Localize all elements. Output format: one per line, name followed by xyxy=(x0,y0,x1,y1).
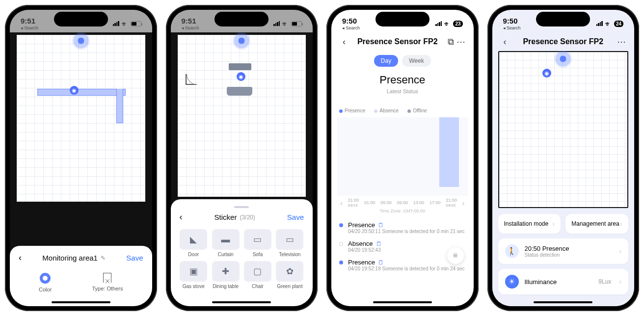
wifi-icon: ᯤ xyxy=(444,20,451,28)
presence-card[interactable]: 🚶 20:50 PresenceStatus detection › xyxy=(498,238,629,264)
person-marker-icon: ◉ xyxy=(542,69,551,78)
range-tabs: Day Week xyxy=(331,51,474,74)
phone-3: 9:50◂ Search ᯤ23 ‹ Presence Sensor FP2 ⧉… xyxy=(326,5,479,311)
zone-shape[interactable] xyxy=(37,89,126,96)
axis-next-button[interactable]: › xyxy=(462,199,464,207)
tab-week[interactable]: Week xyxy=(402,55,430,67)
sensor-beacon-icon xyxy=(554,51,572,68)
back-button[interactable]: ‹ xyxy=(500,37,510,47)
presence-chart[interactable] xyxy=(337,117,468,196)
illuminance-icon: ☀ xyxy=(505,275,519,289)
sheet-title: Monitoring area1✎ xyxy=(42,254,106,262)
note-icon[interactable]: 🗒 xyxy=(378,259,384,266)
sticker-sofa[interactable]: ▭Sofa xyxy=(243,229,271,257)
chevron-right-icon: › xyxy=(619,278,621,286)
note-icon[interactable]: 🗒 xyxy=(378,222,384,229)
sticker-curtain[interactable]: ▬Curtain xyxy=(212,229,240,257)
signal-icon xyxy=(435,21,442,26)
back-button[interactable]: ‹ xyxy=(19,253,22,263)
curtain-sticker[interactable] xyxy=(229,63,251,70)
illuminance-card[interactable]: ☀ Illuminance 9Lux › xyxy=(498,269,629,294)
signal-icon xyxy=(113,21,119,26)
tab-day[interactable]: Day xyxy=(374,55,398,67)
status-caption: Latest Status xyxy=(331,88,474,94)
person-marker-icon: ◉ xyxy=(70,86,79,95)
zone-canvas[interactable]: ◉ xyxy=(17,35,145,202)
door-sticker[interactable] xyxy=(186,74,196,85)
chevron-right-icon: › xyxy=(619,247,621,255)
phone-2: 9:51◂ Search ᯤ ◉ ‹ Sticker (3/20) Save ◣… xyxy=(166,5,318,311)
chart-axis: ‹ 21:0004/19 01:0005:0009:0013:0017:00 2… xyxy=(331,196,474,210)
sticker-dining-table[interactable]: ✚Dining table xyxy=(212,261,240,289)
event-dot-icon xyxy=(339,223,343,227)
plant-icon: ✿ xyxy=(276,261,303,282)
sticker-gas-stove[interactable]: ▣Gas stove xyxy=(180,261,208,289)
event-row[interactable]: Absence🗒04/20 19:52:43 xyxy=(339,237,466,256)
installation-mode-button[interactable]: Installation mode› xyxy=(498,214,561,234)
battery-icon xyxy=(131,21,141,26)
sticker-chair[interactable]: ▢Chair xyxy=(243,261,271,289)
home-indicator[interactable] xyxy=(212,301,271,303)
sofa-icon: ▭ xyxy=(244,229,271,250)
zone-shape[interactable] xyxy=(116,89,123,123)
sensor-beacon-icon xyxy=(233,32,250,50)
status-time: 9:50 xyxy=(342,17,360,25)
save-button[interactable]: Save xyxy=(126,254,143,262)
color-swatch-icon xyxy=(40,273,51,284)
event-dot-icon xyxy=(339,261,343,264)
sticker-door[interactable]: ◣Door xyxy=(180,229,208,257)
menu-fab[interactable]: ≡ xyxy=(447,247,464,264)
back-search[interactable]: ◂ Search xyxy=(342,26,360,30)
curtain-icon: ▬ xyxy=(212,229,240,250)
status-time: 9:50 xyxy=(503,17,521,25)
chart-bar xyxy=(439,117,459,187)
layout-canvas[interactable]: ◉ xyxy=(178,35,306,197)
drag-handle[interactable] xyxy=(234,206,249,208)
home-indicator[interactable] xyxy=(373,301,432,303)
edit-icon[interactable]: ✎ xyxy=(101,255,106,262)
phone-1: 9:51◂ Search ᯤ ◉ ‹ Monitoring area1✎ Sav… xyxy=(5,5,157,311)
type-option[interactable]: Type: Others xyxy=(92,273,123,292)
page-title: Presence Sensor FP2 xyxy=(510,37,617,46)
person-icon: 🚶 xyxy=(505,244,519,258)
sticker-television[interactable]: ▭Television xyxy=(276,229,304,257)
room-map[interactable]: ◉ xyxy=(498,51,629,208)
axis-prev-button[interactable]: ‹ xyxy=(340,199,343,207)
event-row[interactable]: Presence🗒04/20 20:50:11 Someone is detec… xyxy=(339,218,466,237)
person-marker-icon: ◉ xyxy=(237,72,245,81)
chevron-right-icon: › xyxy=(620,220,622,228)
more-icon[interactable]: ⋯ xyxy=(617,36,626,47)
management-area-button[interactable]: Management area› xyxy=(565,214,628,234)
home-indicator[interactable] xyxy=(52,301,110,303)
sofa-sticker[interactable] xyxy=(227,87,252,96)
illuminance-value: 9Lux xyxy=(598,278,611,285)
door-icon: ◣ xyxy=(180,229,207,250)
save-button[interactable]: Save xyxy=(287,213,304,221)
stove-icon: ▣ xyxy=(180,261,207,282)
event-row[interactable]: Presence🗒04/20 19:52:19 Someone is detec… xyxy=(339,256,466,274)
sheet-title: Sticker (3/20) xyxy=(215,213,255,221)
status-value: Presence xyxy=(331,74,474,86)
table-icon: ✚ xyxy=(212,261,240,282)
bottom-sheet: ‹ Monitoring area1✎ Save Color Type: Oth… xyxy=(10,246,152,306)
layout-icon[interactable]: ⧉ xyxy=(446,37,456,47)
phone-4: 9:50◂ Search ᯤ24 ‹ Presence Sensor FP2 ⋯… xyxy=(487,5,640,311)
back-search[interactable]: ◂ Search xyxy=(503,26,521,30)
page-header: ‹ Presence Sensor FP2 ⧉ ⋯ xyxy=(331,32,474,51)
page-header: ‹ Presence Sensor FP2 ⋯ xyxy=(492,32,635,51)
more-icon[interactable]: ⋯ xyxy=(456,36,466,47)
bookmark-icon xyxy=(103,273,111,283)
color-option[interactable]: Color xyxy=(39,273,52,292)
wifi-icon: ᯤ xyxy=(282,20,289,28)
back-button[interactable]: ‹ xyxy=(339,37,349,47)
back-search[interactable]: ◂ Search xyxy=(182,26,199,30)
menu-icon: ≡ xyxy=(453,251,457,260)
back-search[interactable]: ◂ Search xyxy=(21,26,38,30)
back-button[interactable]: ‹ xyxy=(180,212,183,222)
sticker-green-plant[interactable]: ✿Green plant xyxy=(276,261,304,289)
event-list[interactable]: Presence🗒04/20 20:50:11 Someone is detec… xyxy=(331,213,474,279)
note-icon[interactable]: 🗒 xyxy=(376,240,382,247)
home-indicator[interactable] xyxy=(534,301,592,303)
legend-dot-icon xyxy=(339,109,343,113)
signal-icon xyxy=(596,21,603,26)
